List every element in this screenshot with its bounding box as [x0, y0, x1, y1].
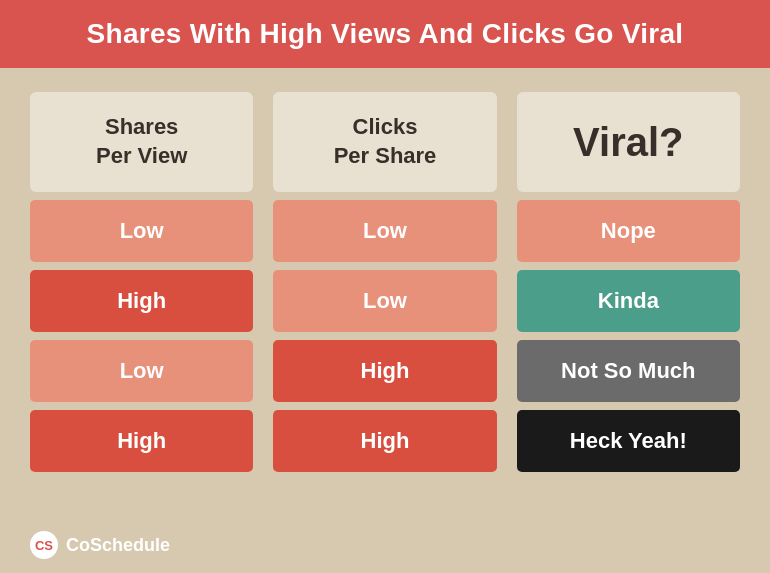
page-title: Shares With High Views And Clicks Go Vir…: [30, 18, 740, 50]
col3-row1: Nope: [517, 200, 740, 262]
col2-row2: Low: [273, 270, 496, 332]
col2-row4: High: [273, 410, 496, 472]
col1-header: SharesPer View: [30, 92, 253, 192]
footer: CS CoSchedule: [30, 523, 740, 563]
logo-icon: CS: [30, 531, 58, 559]
col1-row4: High: [30, 410, 253, 472]
col3-header-text: Viral?: [573, 120, 683, 165]
data-grid: SharesPer View Low High Low High ClicksP…: [30, 92, 740, 523]
col1-header-text: SharesPer View: [96, 113, 187, 170]
col2-row3: High: [273, 340, 496, 402]
col3-row4: Heck Yeah!: [517, 410, 740, 472]
col1-row2: High: [30, 270, 253, 332]
col1-row3: Low: [30, 340, 253, 402]
col1-row1: Low: [30, 200, 253, 262]
col2-row1: Low: [273, 200, 496, 262]
column-clicks-per-share: ClicksPer Share Low Low High High: [273, 92, 496, 523]
logo-text: CoSchedule: [66, 535, 170, 556]
col2-header: ClicksPer Share: [273, 92, 496, 192]
col3-row2: Kinda: [517, 270, 740, 332]
page-header: Shares With High Views And Clicks Go Vir…: [0, 0, 770, 68]
main-content: SharesPer View Low High Low High ClicksP…: [0, 68, 770, 573]
brand-logo: CS CoSchedule: [30, 531, 170, 559]
col2-header-text: ClicksPer Share: [334, 113, 437, 170]
col3-row3: Not So Much: [517, 340, 740, 402]
col3-header: Viral?: [517, 92, 740, 192]
column-viral: Viral? Nope Kinda Not So Much Heck Yeah!: [517, 92, 740, 523]
column-shares-per-view: SharesPer View Low High Low High: [30, 92, 253, 523]
